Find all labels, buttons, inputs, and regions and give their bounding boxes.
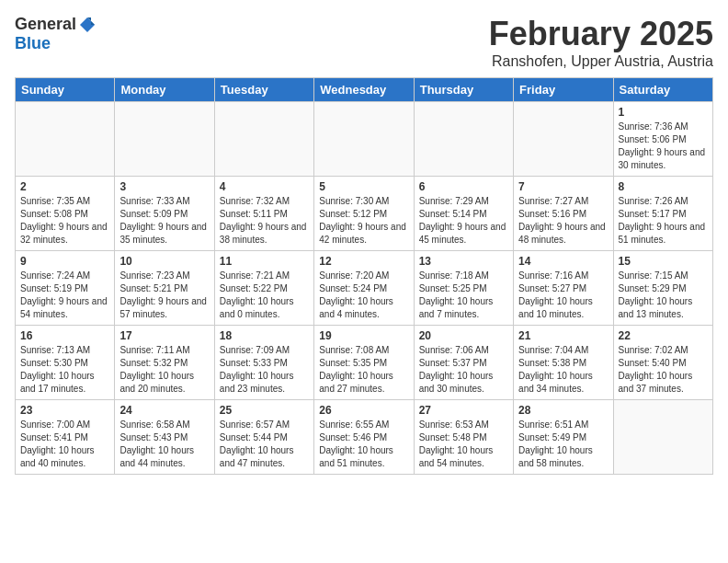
title-block: February 2025 Ranshofen, Upper Austria, … (489, 15, 713, 70)
calendar-cell: 7Sunrise: 7:27 AM Sunset: 5:16 PM Daylig… (514, 177, 613, 251)
day-info: Sunrise: 6:57 AM Sunset: 5:44 PM Dayligh… (220, 419, 309, 470)
calendar-week-3: 9Sunrise: 7:24 AM Sunset: 5:19 PM Daylig… (16, 251, 713, 326)
calendar-cell (115, 102, 214, 177)
weekday-header-sunday: Sunday (16, 78, 115, 102)
day-number: 15 (619, 255, 708, 268)
day-info: Sunrise: 7:18 AM Sunset: 5:25 PM Dayligh… (419, 270, 508, 321)
calendar-cell: 21Sunrise: 7:04 AM Sunset: 5:38 PM Dayli… (514, 326, 613, 400)
day-number: 16 (20, 329, 109, 342)
day-info: Sunrise: 7:32 AM Sunset: 5:11 PM Dayligh… (220, 195, 309, 247)
day-number: 23 (20, 404, 109, 417)
calendar-cell: 14Sunrise: 7:16 AM Sunset: 5:27 PM Dayli… (514, 251, 613, 326)
day-number: 28 (518, 404, 608, 417)
day-number: 25 (220, 404, 309, 417)
weekday-header-row: SundayMondayTuesdayWednesdayThursdayFrid… (16, 78, 713, 102)
calendar-week-5: 23Sunrise: 7:00 AM Sunset: 5:41 PM Dayli… (16, 400, 713, 475)
calendar-cell: 24Sunrise: 6:58 AM Sunset: 5:43 PM Dayli… (115, 400, 214, 475)
calendar-cell: 12Sunrise: 7:20 AM Sunset: 5:24 PM Dayli… (314, 251, 414, 326)
logo-general-text: General (15, 15, 76, 34)
weekday-header-wednesday: Wednesday (314, 78, 414, 102)
calendar-cell (16, 102, 115, 177)
day-number: 21 (518, 329, 608, 342)
day-number: 24 (119, 404, 209, 417)
day-number: 5 (319, 180, 408, 193)
day-info: Sunrise: 7:33 AM Sunset: 5:09 PM Dayligh… (119, 195, 209, 247)
day-number: 13 (419, 255, 508, 268)
calendar-cell: 6Sunrise: 7:29 AM Sunset: 5:14 PM Daylig… (414, 177, 513, 251)
day-number: 10 (119, 255, 209, 268)
day-number: 22 (619, 329, 708, 342)
day-info: Sunrise: 7:30 AM Sunset: 5:12 PM Dayligh… (319, 195, 408, 247)
day-number: 26 (319, 404, 408, 417)
day-number: 17 (119, 329, 209, 342)
day-info: Sunrise: 6:58 AM Sunset: 5:43 PM Dayligh… (119, 419, 209, 470)
calendar-table: SundayMondayTuesdayWednesdayThursdayFrid… (15, 77, 713, 475)
calendar-cell: 19Sunrise: 7:08 AM Sunset: 5:35 PM Dayli… (314, 326, 414, 400)
calendar-cell: 8Sunrise: 7:26 AM Sunset: 5:17 PM Daylig… (613, 177, 712, 251)
weekday-header-friday: Friday (514, 78, 613, 102)
day-number: 12 (319, 255, 408, 268)
calendar-cell: 15Sunrise: 7:15 AM Sunset: 5:29 PM Dayli… (613, 251, 712, 326)
day-number: 18 (220, 329, 309, 342)
day-number: 4 (220, 180, 309, 193)
page-header: General Blue February 2025 Ranshofen, Up… (15, 15, 713, 70)
day-info: Sunrise: 7:00 AM Sunset: 5:41 PM Dayligh… (20, 419, 109, 470)
calendar-cell: 13Sunrise: 7:18 AM Sunset: 5:25 PM Dayli… (414, 251, 513, 326)
day-number: 14 (518, 255, 608, 268)
calendar-cell: 20Sunrise: 7:06 AM Sunset: 5:37 PM Dayli… (414, 326, 513, 400)
day-number: 9 (20, 255, 109, 268)
calendar-cell: 18Sunrise: 7:09 AM Sunset: 5:33 PM Dayli… (214, 326, 313, 400)
calendar-cell: 17Sunrise: 7:11 AM Sunset: 5:32 PM Dayli… (115, 326, 214, 400)
day-number: 3 (119, 180, 209, 193)
day-number: 7 (518, 180, 608, 193)
day-info: Sunrise: 7:29 AM Sunset: 5:14 PM Dayligh… (419, 195, 508, 247)
calendar-cell: 25Sunrise: 6:57 AM Sunset: 5:44 PM Dayli… (214, 400, 313, 475)
calendar-cell: 4Sunrise: 7:32 AM Sunset: 5:11 PM Daylig… (214, 177, 313, 251)
weekday-header-saturday: Saturday (613, 78, 712, 102)
calendar-cell (414, 102, 513, 177)
day-info: Sunrise: 7:24 AM Sunset: 5:19 PM Dayligh… (20, 270, 109, 321)
month-title: February 2025 (489, 15, 713, 53)
calendar-cell (314, 102, 414, 177)
calendar-week-4: 16Sunrise: 7:13 AM Sunset: 5:30 PM Dayli… (16, 326, 713, 400)
day-info: Sunrise: 7:21 AM Sunset: 5:22 PM Dayligh… (220, 270, 309, 321)
calendar-cell: 9Sunrise: 7:24 AM Sunset: 5:19 PM Daylig… (16, 251, 115, 326)
day-info: Sunrise: 7:20 AM Sunset: 5:24 PM Dayligh… (319, 270, 408, 321)
calendar-cell: 26Sunrise: 6:55 AM Sunset: 5:46 PM Dayli… (314, 400, 414, 475)
day-number: 1 (619, 106, 708, 119)
day-info: Sunrise: 7:15 AM Sunset: 5:29 PM Dayligh… (619, 270, 708, 321)
calendar-cell: 11Sunrise: 7:21 AM Sunset: 5:22 PM Dayli… (214, 251, 313, 326)
day-info: Sunrise: 7:13 AM Sunset: 5:30 PM Dayligh… (20, 344, 109, 396)
day-info: Sunrise: 7:04 AM Sunset: 5:38 PM Dayligh… (518, 344, 608, 396)
logo-blue-text: Blue (15, 34, 51, 53)
calendar-cell (613, 400, 712, 475)
day-info: Sunrise: 7:02 AM Sunset: 5:40 PM Dayligh… (619, 344, 708, 396)
calendar-week-1: 1Sunrise: 7:36 AM Sunset: 5:06 PM Daylig… (16, 102, 713, 177)
weekday-header-thursday: Thursday (414, 78, 513, 102)
location-title: Ranshofen, Upper Austria, Austria (489, 53, 713, 70)
calendar-cell (214, 102, 313, 177)
calendar-cell: 28Sunrise: 6:51 AM Sunset: 5:49 PM Dayli… (514, 400, 613, 475)
day-info: Sunrise: 7:36 AM Sunset: 5:06 PM Dayligh… (619, 121, 708, 172)
day-number: 6 (419, 180, 508, 193)
logo: General Blue (15, 15, 97, 53)
logo-icon (78, 16, 97, 34)
calendar-cell: 22Sunrise: 7:02 AM Sunset: 5:40 PM Dayli… (613, 326, 712, 400)
day-number: 27 (419, 404, 508, 417)
day-info: Sunrise: 7:27 AM Sunset: 5:16 PM Dayligh… (518, 195, 608, 247)
day-info: Sunrise: 6:53 AM Sunset: 5:48 PM Dayligh… (419, 419, 508, 470)
calendar-week-2: 2Sunrise: 7:35 AM Sunset: 5:08 PM Daylig… (16, 177, 713, 251)
day-info: Sunrise: 7:35 AM Sunset: 5:08 PM Dayligh… (20, 195, 109, 247)
weekday-header-tuesday: Tuesday (214, 78, 313, 102)
day-number: 8 (619, 180, 708, 193)
day-number: 2 (20, 180, 109, 193)
calendar-cell: 5Sunrise: 7:30 AM Sunset: 5:12 PM Daylig… (314, 177, 414, 251)
calendar-cell: 2Sunrise: 7:35 AM Sunset: 5:08 PM Daylig… (16, 177, 115, 251)
day-info: Sunrise: 6:51 AM Sunset: 5:49 PM Dayligh… (518, 419, 608, 470)
day-info: Sunrise: 7:08 AM Sunset: 5:35 PM Dayligh… (319, 344, 408, 396)
calendar-cell: 10Sunrise: 7:23 AM Sunset: 5:21 PM Dayli… (115, 251, 214, 326)
calendar-cell: 1Sunrise: 7:36 AM Sunset: 5:06 PM Daylig… (613, 102, 712, 177)
day-info: Sunrise: 7:23 AM Sunset: 5:21 PM Dayligh… (119, 270, 209, 321)
calendar-cell (514, 102, 613, 177)
day-info: Sunrise: 7:11 AM Sunset: 5:32 PM Dayligh… (119, 344, 209, 396)
